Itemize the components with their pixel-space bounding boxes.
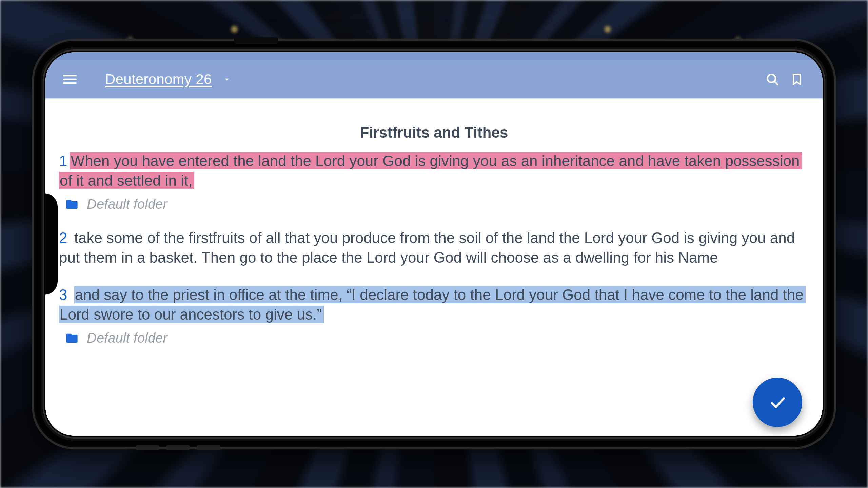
verse[interactable]: 1When you have entered the land the Lord… [59, 151, 809, 190]
folder-label: Default folder [87, 330, 167, 346]
check-icon [768, 393, 787, 412]
svg-rect-0 [63, 75, 77, 77]
folder-icon [65, 198, 79, 211]
phone-screen: Deuteronomy 26 Firstfruits and Tithes 1W… [45, 52, 823, 436]
verse-text-highlighted: and say to the priest in office at the t… [59, 286, 806, 323]
folder-label: Default folder [87, 197, 167, 212]
phone-frame: Deuteronomy 26 Firstfruits and Tithes 1W… [34, 41, 834, 447]
phone-top-button [234, 37, 278, 44]
app-bar: Deuteronomy 26 [45, 60, 823, 98]
verse[interactable]: 2 take some of the firstfruits of all th… [59, 228, 809, 267]
status-bar [45, 52, 823, 60]
bookmark-button[interactable] [785, 67, 809, 92]
svg-line-4 [774, 81, 778, 85]
svg-rect-1 [63, 79, 77, 80]
menu-button[interactable] [58, 67, 82, 92]
reading-pane[interactable]: Firstfruits and Tithes 1When you have en… [45, 100, 823, 436]
verse[interactable]: 3 and say to the priest in office at the… [59, 285, 809, 324]
chevron-down-icon [222, 75, 232, 84]
search-button[interactable] [760, 67, 785, 92]
hamburger-icon [63, 73, 77, 86]
search-icon [765, 72, 780, 87]
chapter-selector[interactable]: Deuteronomy 26 [105, 71, 232, 87]
bookmark-folder-row[interactable]: Default folder [65, 197, 809, 212]
section-heading: Firstfruits and Tithes [59, 124, 809, 141]
phone-notch [45, 193, 58, 295]
folder-icon [65, 331, 79, 345]
verse-number: 3 [59, 286, 67, 303]
chapter-title: Deuteronomy 26 [105, 71, 212, 87]
verse-number: 1 [59, 152, 67, 169]
phone-bottom-keys [136, 445, 220, 450]
verse-text-highlighted: When you have entered the land the Lord … [59, 152, 802, 189]
verse-text: take some of the firstfruits of all that… [59, 229, 795, 266]
confirm-fab[interactable] [753, 378, 802, 427]
verse-number: 2 [59, 229, 67, 246]
svg-rect-2 [63, 82, 77, 84]
bookmark-icon [790, 73, 804, 86]
bookmark-folder-row[interactable]: Default folder [65, 330, 809, 346]
